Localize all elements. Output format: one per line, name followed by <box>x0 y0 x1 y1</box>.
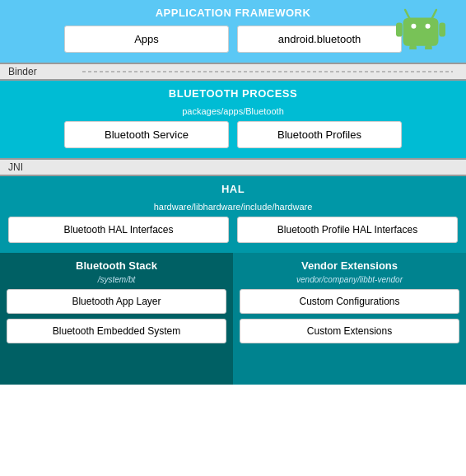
hal-boxes: Bluetooth HAL Interfaces Bluetooth Profi… <box>8 217 458 243</box>
vendor-subtitle: vendor/company/libbt-vendor <box>240 275 459 284</box>
android-logo <box>392 0 450 49</box>
main-container: APPLICATION FRAMEWORK Apps android.bluet… <box>0 0 466 476</box>
jni-text: JNI <box>8 161 23 173</box>
bt-service-box: Bluetooth Service <box>64 121 229 148</box>
android-bluetooth-box: android.bluetooth <box>237 26 402 53</box>
apps-box: Apps <box>64 26 229 53</box>
bottom-section: Bluetooth Stack /system/bt Bluetooth App… <box>0 253 466 385</box>
app-framework-title: APPLICATION FRAMEWORK <box>8 7 458 19</box>
svg-point-2 <box>411 24 416 29</box>
bt-app-layer-box: Bluetooth App Layer <box>7 289 226 314</box>
bt-stack-col: Bluetooth Stack /system/bt Bluetooth App… <box>0 253 233 385</box>
bt-embedded-system-box: Bluetooth Embedded System <box>7 319 226 343</box>
bt-process-section: BLUETOOTH PROCESS packages/apps/Bluetoot… <box>0 81 466 158</box>
svg-rect-5 <box>439 22 445 36</box>
vendor-col: Vendor Extensions vendor/company/libbt-v… <box>233 253 466 385</box>
hal-title: HAL <box>8 183 458 195</box>
binder-arrows <box>0 64 466 79</box>
jni-label: JNI <box>0 158 466 176</box>
custom-extensions-box: Custom Extensions <box>240 319 459 343</box>
hal-section: HAL hardware/libhardware/include/hardwar… <box>0 176 466 253</box>
bt-stack-subtitle: /system/bt <box>7 275 226 284</box>
vendor-title: Vendor Extensions <box>240 259 459 272</box>
bt-profiles-box: Bluetooth Profiles <box>237 121 402 148</box>
svg-point-3 <box>426 24 431 29</box>
binder-label: Binder <box>0 63 466 81</box>
svg-rect-4 <box>396 22 403 36</box>
hal-subtitle: hardware/libhardware/include/hardware <box>8 202 458 212</box>
bt-process-boxes: Bluetooth Service Bluetooth Profiles <box>8 121 458 148</box>
bt-hal-interfaces-box: Bluetooth HAL Interfaces <box>8 217 229 243</box>
app-framework-boxes: Apps android.bluetooth <box>8 26 458 53</box>
bt-process-subtitle: packages/apps/Bluetooth <box>8 106 458 116</box>
bt-profile-hal-box: Bluetooth Profile HAL Interfaces <box>237 217 458 243</box>
binder-text: Binder <box>8 66 37 77</box>
bt-stack-title: Bluetooth Stack <box>7 259 226 272</box>
custom-configurations-box: Custom Configurations <box>240 289 459 314</box>
bt-process-title: BLUETOOTH PROCESS <box>8 87 458 100</box>
